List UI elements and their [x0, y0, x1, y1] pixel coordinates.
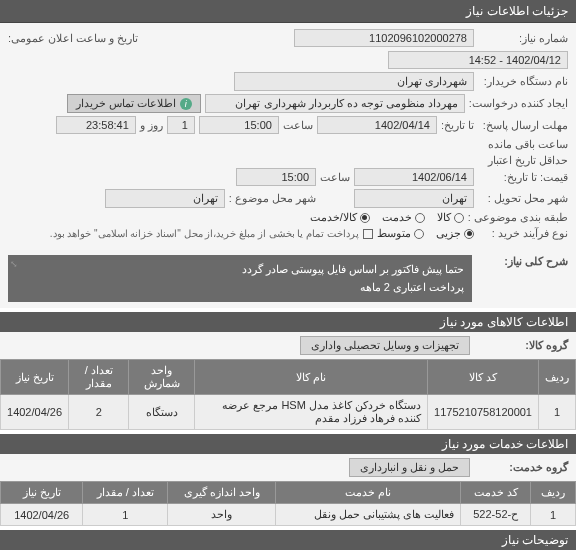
subject-city: تهران: [105, 189, 225, 208]
services-group-label: گروه خدمت:: [478, 461, 568, 474]
td-row: 1: [531, 504, 576, 526]
resize-icon: ⤡: [10, 257, 18, 271]
radio-medium-label: متوسط: [377, 227, 411, 240]
footer-section-title: توضیحات نیاز: [0, 530, 576, 550]
contact-button[interactable]: i اطلاعات تماس خریدار: [67, 94, 201, 113]
info-icon: i: [180, 98, 192, 110]
desc-container: شرح کلی نیاز: ⤡ حتما پیش فاکتور بر اساس …: [0, 249, 576, 308]
validity-label: حداقل تاریخ اعتبار: [478, 154, 568, 167]
time-left-label: ساعت باقی مانده: [488, 138, 568, 151]
time-label-1: ساعت: [283, 119, 313, 132]
radio-icon-checked: [360, 213, 370, 223]
days-left-label: روز و: [140, 119, 163, 132]
buyer-value: شهرداری تهران: [234, 72, 474, 91]
td-name: فعالیت های پشتیبانی حمل ونقل: [275, 504, 460, 526]
td-code: 1175210758120001: [428, 395, 539, 430]
td-row: 1: [539, 395, 576, 430]
validity-date: 1402/06/14: [354, 168, 474, 186]
goods-group-label: گروه کالا:: [478, 339, 568, 352]
need-no-value: 1102096102000278: [294, 29, 474, 47]
process-label: نوع فرآیند خرید :: [478, 227, 568, 240]
desc-label: شرح کلی نیاز:: [478, 255, 568, 302]
radio-both[interactable]: کالا/خدمت: [310, 211, 370, 224]
time-left: 23:58:41: [56, 116, 136, 134]
th-date: تاریخ نیاز: [1, 482, 83, 504]
goods-group-value: تجهیزات و وسایل تحصیلی واداری: [300, 336, 470, 355]
th-unit: واحد اندازه گیری: [168, 482, 276, 504]
process-radio-group: جزیی متوسط: [377, 227, 474, 240]
table-row: 1 1175210758120001 دستگاه خردکن کاغذ مدل…: [1, 395, 576, 430]
th-code: کد کالا: [428, 360, 539, 395]
time-label-2: ساعت: [320, 171, 350, 184]
validity-time: 15:00: [236, 168, 316, 186]
goods-section-title: اطلاعات کالاهای مورد نیاز: [0, 312, 576, 332]
th-qty: تعداد / مقدار: [83, 482, 168, 504]
radio-service[interactable]: خدمت: [382, 211, 425, 224]
radio-both-label: کالا/خدمت: [310, 211, 357, 224]
radio-medium[interactable]: متوسط: [377, 227, 424, 240]
deadline-date: 1402/04/14: [317, 116, 437, 134]
td-qty: 1: [83, 504, 168, 526]
class-radio-group: کالا خدمت کالا/خدمت: [310, 211, 464, 224]
send-time-label: تاریخ و ساعت اعلان عمومی:: [8, 32, 138, 45]
desc-line2: پرداخت اعتباری 2 ماهه: [16, 279, 464, 297]
th-name: نام خدمت: [275, 482, 460, 504]
payment-checkbox[interactable]: [363, 229, 373, 239]
td-name: دستگاه خردکن کاغذ مدل HSM مرجع عرضه کنند…: [194, 395, 427, 430]
requester-label: ایجاد کننده درخواست:: [469, 97, 568, 110]
send-time-value: 1402/04/12 - 14:52: [388, 51, 568, 69]
subject-city-label: شهر محل موضوع :: [229, 192, 316, 205]
deadline-time: 15:00: [199, 116, 279, 134]
radio-icon: [414, 229, 424, 239]
form-section: شماره نیاز: 1102096102000278 تاریخ و ساع…: [0, 23, 576, 249]
th-date: تاریخ نیاز: [1, 360, 69, 395]
desc-line1: حتما پیش فاکتور بر اساس فایل پیوستی صادر…: [16, 261, 464, 279]
days-left: 1: [167, 116, 195, 134]
services-table: ردیف کد خدمت نام خدمت واحد اندازه گیری ت…: [0, 481, 576, 526]
payment-note: پرداخت تمام یا بخشی از مبلغ خرید،از محل …: [50, 228, 359, 239]
page-title: جزئیات اطلاعات نیاز: [466, 4, 568, 18]
radio-icon: [415, 213, 425, 223]
radio-icon: [454, 213, 464, 223]
td-unit: دستگاه: [129, 395, 194, 430]
radio-partial[interactable]: جزیی: [436, 227, 474, 240]
buyer-label: نام دستگاه خریدار:: [478, 75, 568, 88]
page-header: جزئیات اطلاعات نیاز: [0, 0, 576, 23]
table-row: 1 ح-52-522 فعالیت های پشتیبانی حمل ونقل …: [1, 504, 576, 526]
radio-goods-label: کالا: [437, 211, 451, 224]
th-row: ردیف: [531, 482, 576, 504]
radio-goods[interactable]: کالا: [437, 211, 464, 224]
validity-sub-label: قیمت: تا تاریخ:: [478, 171, 568, 184]
desc-textarea[interactable]: ⤡ حتما پیش فاکتور بر اساس فایل پیوستی صا…: [8, 255, 472, 302]
services-group-value: حمل و نقل و انبارداری: [349, 458, 470, 477]
th-name: نام کالا: [194, 360, 427, 395]
td-qty: 2: [69, 395, 129, 430]
deadline-to-label: تا تاریخ:: [441, 119, 474, 132]
td-date: 1402/04/26: [1, 395, 69, 430]
radio-icon-checked: [464, 229, 474, 239]
need-no-label: شماره نیاز:: [478, 32, 568, 45]
class-label: طبقه بندی موضوعی :: [468, 211, 568, 224]
td-code: ح-52-522: [461, 504, 531, 526]
goods-table: ردیف کد کالا نام کالا واحد شمارش تعداد /…: [0, 359, 576, 430]
services-section-title: اطلاعات خدمات مورد نیاز: [0, 434, 576, 454]
th-qty: تعداد / مقدار: [69, 360, 129, 395]
th-row: ردیف: [539, 360, 576, 395]
th-code: کد خدمت: [461, 482, 531, 504]
delivery-city-label: شهر محل تحویل :: [478, 192, 568, 205]
delivery-city: تهران: [354, 189, 474, 208]
td-date: 1402/04/26: [1, 504, 83, 526]
contact-button-label: اطلاعات تماس خریدار: [76, 97, 176, 110]
requester-value: مهرداد منظومی توجه ده کاربردار شهرداری ت…: [205, 94, 465, 113]
radio-partial-label: جزیی: [436, 227, 461, 240]
deadline-label: مهلت ارسال پاسخ:: [478, 119, 568, 132]
radio-service-label: خدمت: [382, 211, 412, 224]
td-unit: واحد: [168, 504, 276, 526]
th-unit: واحد شمارش: [129, 360, 194, 395]
